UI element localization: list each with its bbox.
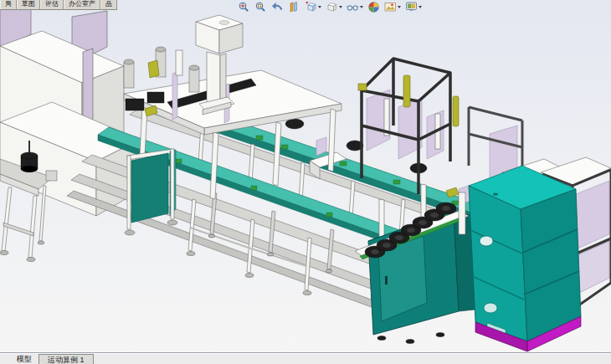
command-tab[interactable]: 草图: [17, 0, 40, 9]
command-tab[interactable]: 局: [0, 0, 17, 9]
headsup-view-toolbar: [238, 1, 422, 13]
chevron-down-icon[interactable]: [318, 6, 321, 8]
view-settings-icon[interactable]: [405, 1, 422, 13]
tab-model[interactable]: 模型: [15, 354, 33, 364]
section-view-icon[interactable]: [288, 1, 300, 13]
command-manager-tabs: 局 草图 评估 办公室产 品: [0, 0, 117, 10]
previous-view-icon[interactable]: [271, 1, 284, 13]
bottom-tab-bar: 模型 运动算例 1: [0, 352, 611, 364]
hide-show-items-icon[interactable]: [347, 1, 363, 13]
apply-scene-icon[interactable]: [384, 1, 401, 13]
edit-appearance-icon[interactable]: [367, 1, 380, 13]
chevron-down-icon[interactable]: [398, 6, 401, 8]
viewport-3d[interactable]: [0, 0, 611, 352]
tab-motion-study[interactable]: 运动算例 1: [39, 354, 94, 364]
zoom-to-fit-icon[interactable]: [238, 1, 250, 13]
command-tab[interactable]: 办公室产: [64, 0, 100, 9]
command-tab[interactable]: 品: [100, 0, 117, 9]
chevron-down-icon[interactable]: [418, 6, 422, 8]
chevron-down-icon[interactable]: [360, 6, 363, 8]
zoom-to-area-icon[interactable]: [254, 1, 267, 13]
chevron-down-icon[interactable]: [339, 6, 342, 8]
tall-electrical-cabinet: [469, 166, 581, 351]
command-tab[interactable]: 评估: [40, 0, 64, 9]
display-style-icon[interactable]: [326, 1, 342, 13]
application-window: 局 草图 评估 办公室产 品: [0, 0, 611, 364]
view-orientation-icon[interactable]: [305, 1, 321, 13]
